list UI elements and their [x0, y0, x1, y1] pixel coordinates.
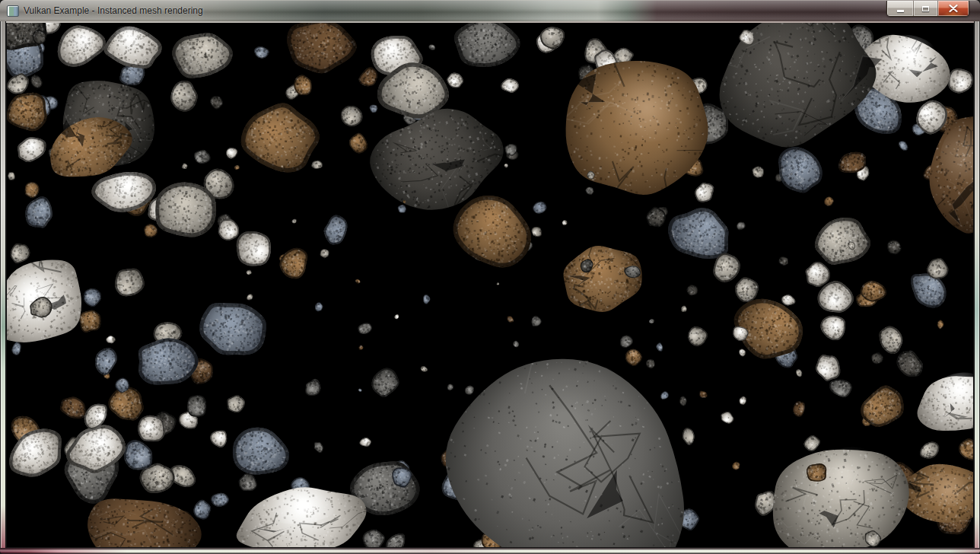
scene-canvas[interactable] [6, 21, 974, 548]
window-frame-left[interactable] [0, 21, 6, 548]
window-frame-right[interactable] [974, 21, 980, 548]
maximize-button[interactable] [913, 1, 938, 16]
render-viewport[interactable] [6, 21, 974, 548]
vulkan-example-window: Vulkan Example - Instanced mesh renderin… [0, 0, 980, 554]
minimize-button[interactable] [887, 1, 913, 16]
close-icon [949, 5, 958, 12]
window-title: Vulkan Example - Instanced mesh renderin… [24, 1, 203, 22]
app-icon [7, 5, 19, 17]
maximize-icon [922, 6, 929, 11]
close-button[interactable] [938, 1, 969, 16]
minimize-icon [897, 10, 904, 12]
titlebar[interactable]: Vulkan Example - Instanced mesh renderin… [0, 0, 980, 21]
window-frame-bottom[interactable] [0, 548, 980, 554]
caption-button-group [886, 1, 969, 17]
